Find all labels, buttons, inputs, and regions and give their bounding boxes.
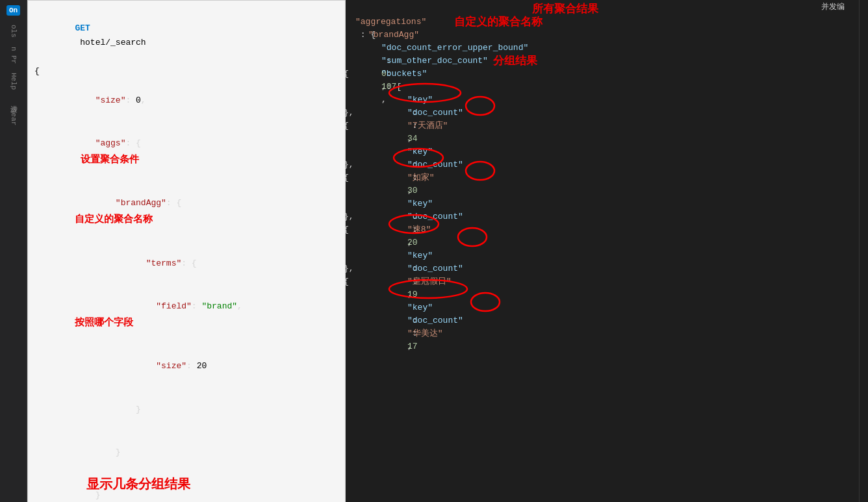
left-panel: GET hotel/_search { "size": 0, "aggs": {… xyxy=(27,0,261,502)
annotation-agg-condition: 设置聚合条件 xyxy=(75,153,138,164)
sidebar-item-help[interactable]: Help xyxy=(8,70,19,92)
popup-line-6: "field": "brand", 按照哪个字段 xyxy=(34,285,338,345)
popup-box: GET hotel/_search { "size": 0, "aggs": {… xyxy=(27,0,346,502)
popup-line-5: "terms": { xyxy=(34,242,338,285)
sidebar-item-pr[interactable]: n Pr xyxy=(8,44,19,66)
popup-line-3: "aggs": { 设置聚合条件 xyxy=(34,122,338,182)
sidebar-item-search[interactable]: sear xyxy=(8,106,19,128)
popup-line-9: } xyxy=(34,431,338,474)
popup-line-8: } xyxy=(34,388,338,431)
right-code-area[interactable]: "aggregations" : { "brandAgg" "doc_count… xyxy=(298,0,859,382)
popup-line-10: } 显示几条分组结果 xyxy=(34,474,338,502)
popup-line-4: "brandAgg": { 自定义的聚合名称 xyxy=(34,182,338,242)
code-line-extra: " xyxy=(305,366,859,379)
scrollbar[interactable] xyxy=(859,0,868,502)
sidebar-item-advance[interactable]: 进步 xyxy=(7,97,19,102)
popup-line-7: "size": 20 xyxy=(34,345,338,388)
sidebar-badge[interactable]: On xyxy=(6,5,20,16)
code-line-aggregations: "aggregations" : { xyxy=(305,3,859,16)
http-method: GET xyxy=(75,23,90,33)
sidebar: On ols n Pr Help 进步 sear xyxy=(0,0,27,502)
popup-line-method: GET hotel/_search xyxy=(34,7,338,64)
annotation-show-count: 显示几条分组结果 xyxy=(86,473,190,495)
popup-line-1: { xyxy=(34,64,338,79)
annotation-custom-name: 自定义的聚合名称 xyxy=(75,213,153,224)
request-url: hotel/_search xyxy=(75,38,146,47)
top-bar-label: 并发编 xyxy=(816,0,850,14)
popup-line-2: "size": 0, xyxy=(34,79,338,121)
right-panel: 并发编 "aggregations" : { "brandAgg" "doc_c… xyxy=(298,0,859,502)
annotation-field-by: 按照哪个字段 xyxy=(75,316,133,327)
main-content: GET hotel/_search { "size": 0, "aggs": {… xyxy=(27,0,868,502)
sidebar-item-ols[interactable]: ols xyxy=(8,22,19,40)
